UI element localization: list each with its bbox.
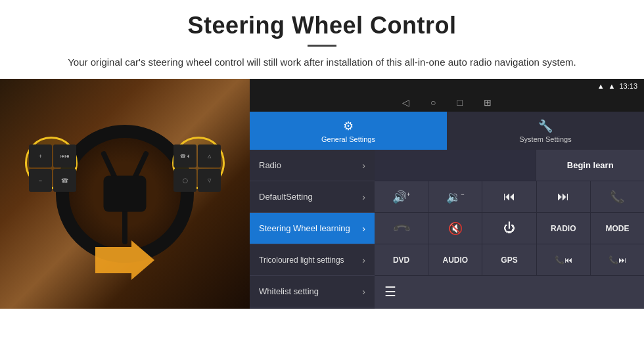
menu-tricoloured-label: Tricoloured light settings	[259, 256, 362, 265]
list-menu-button[interactable]: ☰	[375, 276, 406, 307]
gps-label: GPS	[501, 256, 517, 265]
begin-learn-button[interactable]: Begin learn	[536, 150, 644, 181]
radio-label: RADIO	[551, 224, 576, 233]
volume-down-button[interactable]: 🔉−	[428, 181, 482, 212]
tab-system-settings[interactable]: 🔧 System Settings	[447, 112, 644, 150]
mode-label: MODE	[605, 224, 629, 233]
audio-button[interactable]: AUDIO	[428, 244, 482, 275]
dvd-button[interactable]: DVD	[375, 244, 428, 275]
system-settings-icon: 🔧	[538, 119, 553, 133]
signal-icon: ▲	[597, 82, 605, 90]
menu-item-steering-wheel[interactable]: Steering Wheel learning ›	[250, 213, 375, 244]
prev-track-button[interactable]: ⏮	[482, 181, 536, 212]
hang-up-button[interactable]: 📞	[375, 213, 428, 244]
audio-label: AUDIO	[442, 256, 468, 265]
dvd-label: DVD	[393, 256, 409, 265]
top-section: Steering Wheel Control Your original car…	[0, 0, 644, 79]
mute-button[interactable]: 🔇	[428, 213, 482, 244]
menu-controls-area: Radio › DefaultSetting › Steering Wheel …	[250, 150, 644, 309]
recents-nav-icon[interactable]: □	[457, 97, 463, 108]
chevron-right-icon: ›	[362, 192, 365, 202]
tab-general-settings[interactable]: ⚙ General Settings	[250, 112, 447, 150]
chevron-right-icon: ›	[362, 223, 365, 234]
volume-down-icon: 🔉−	[446, 190, 464, 204]
controls-row-1: Begin learn	[375, 150, 644, 181]
svg-marker-0	[95, 240, 154, 280]
call-icon: 📞	[610, 190, 624, 204]
mode-button[interactable]: MODE	[591, 213, 644, 244]
call-next-icon: 📞⏭	[609, 256, 626, 265]
call-next-button[interactable]: 📞⏭	[591, 244, 644, 275]
menu-radio-label: Radio	[259, 160, 362, 170]
hang-up-icon: 📞	[391, 218, 411, 238]
wifi-icon: ▲	[609, 82, 616, 90]
content-area: + ⏮⏭ − ☎ ☎⏴ △ ◯ ▽ ▲ ▲ 13:13 ◁ ○	[0, 79, 644, 309]
chevron-right-icon: ›	[362, 255, 365, 265]
time-display: 13:13	[619, 82, 637, 90]
tab-general-label: General Settings	[321, 135, 375, 143]
power-button[interactable]: ⏻	[482, 213, 536, 244]
gps-button[interactable]: GPS	[482, 244, 536, 275]
list-menu-icon: ☰	[384, 284, 396, 300]
steering-wheel-image: + ⏮⏭ − ☎ ☎⏴ △ ◯ ▽	[0, 79, 250, 309]
back-nav-icon[interactable]: ◁	[402, 97, 409, 108]
mute-icon: 🔇	[448, 221, 463, 236]
menu-default-label: DefaultSetting	[259, 192, 362, 202]
menu-nav-icon[interactable]: ⊞	[484, 97, 492, 108]
menu-steering-label: Steering Wheel learning	[259, 223, 362, 233]
radio-button[interactable]: RADIO	[537, 213, 591, 244]
arrow-indicator	[95, 240, 154, 282]
menu-item-tricoloured[interactable]: Tricoloured light settings ›	[250, 244, 375, 276]
prev-track-icon: ⏮	[503, 190, 515, 204]
right-controls: Begin learn 🔊+ 🔉− ⏮ ⏭	[375, 150, 644, 309]
left-menu: Radio › DefaultSetting › Steering Wheel …	[250, 150, 375, 309]
chevron-right-icon: ›	[362, 286, 365, 297]
controls-row-4: DVD AUDIO GPS 📞⏮ 📞⏭	[375, 244, 644, 276]
menu-item-default-setting[interactable]: DefaultSetting ›	[250, 181, 375, 213]
next-track-button[interactable]: ⏭	[537, 181, 591, 212]
next-track-icon: ⏭	[557, 190, 569, 204]
controls-row-2: 🔊+ 🔉− ⏮ ⏭ 📞	[375, 181, 644, 213]
volume-up-icon: 🔊+	[392, 190, 410, 204]
subtitle: Your original car's steering wheel contr…	[39, 55, 605, 70]
menu-whitelist-label: Whitelist setting	[259, 286, 362, 296]
tab-system-label: System Settings	[519, 135, 571, 143]
status-bar: ▲ ▲ 13:13	[250, 79, 644, 93]
nav-bar: ◁ ○ □ ⊞	[250, 93, 644, 112]
controls-row-5: ☰	[375, 276, 644, 307]
title-divider	[308, 45, 336, 47]
volume-up-button[interactable]: 🔊+	[375, 181, 428, 212]
empty-input-field	[375, 150, 536, 181]
call-button[interactable]: 📞	[591, 181, 644, 212]
home-nav-icon[interactable]: ○	[430, 97, 436, 108]
call-prev-button[interactable]: 📞⏮	[537, 244, 591, 275]
android-ui: ▲ ▲ 13:13 ◁ ○ □ ⊞ ⚙ General Settings 🔧 S…	[250, 79, 644, 309]
menu-item-whitelist[interactable]: Whitelist setting ›	[250, 276, 375, 307]
general-settings-icon: ⚙	[343, 119, 354, 133]
call-prev-icon: 📞⏮	[555, 256, 572, 265]
controls-row-3: 📞 🔇 ⏻ RADIO MODE	[375, 213, 644, 244]
chevron-right-icon: ›	[362, 160, 365, 171]
page-title: Steering Wheel Control	[39, 12, 605, 39]
menu-item-radio[interactable]: Radio ›	[250, 150, 375, 181]
tab-bar: ⚙ General Settings 🔧 System Settings	[250, 112, 644, 150]
power-icon: ⏻	[503, 221, 515, 235]
